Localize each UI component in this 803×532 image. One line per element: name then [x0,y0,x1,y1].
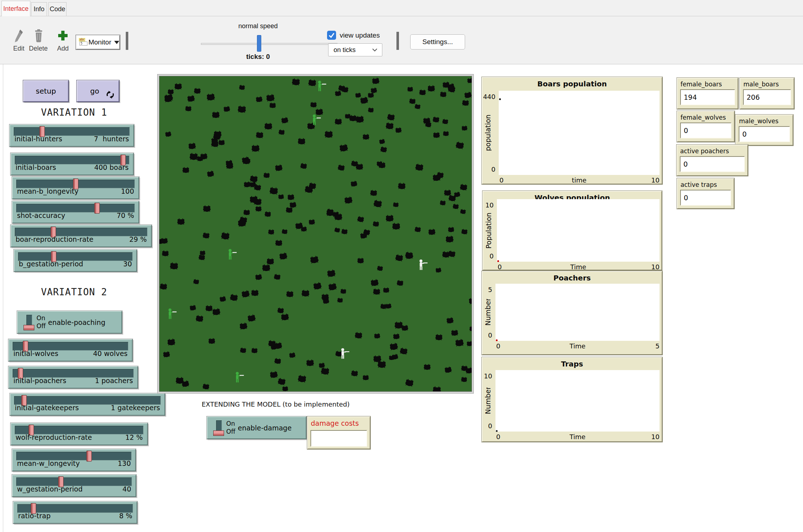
y-axis-label: Population [485,213,492,249]
slider-boar-reproduction-rate[interactable]: boar-reproduction-rate29 % [10,225,152,247]
slider-initial-wolves[interactable]: initial-wolves40 wolves [8,339,133,361]
view-updates-checkbox[interactable] [327,31,336,40]
slider-wolf-reproduction-rate[interactable]: wolf-reproduction-rate12 % [10,423,148,445]
checkmark-icon [327,31,336,40]
slider-handle[interactable] [86,451,92,462]
monitor-female_boars: female_boars194 [677,78,738,109]
slider-value: 1 gatekeepers [111,404,160,412]
slider-label: shot-accuracy [17,211,65,219]
speed-slider-track[interactable] [201,43,338,45]
tab-code[interactable]: Code [48,2,66,16]
slider-mean-w_longevity[interactable]: mean-w_longevity130 [12,449,136,471]
edit-label: Edit [13,45,24,52]
plot-traps: Traps100Number0Time10 [482,357,662,442]
plot-boars-population: Boars population4400population0time10 [482,77,662,184]
extending-note: EXTENDING THE MODEL (to be implemented) [202,400,350,408]
slider-value: 12 % [125,433,143,441]
tab-interface[interactable]: Interface [1,1,30,16]
slider-label: boar-reproduction-rate [16,235,93,243]
world-canvas[interactable] [159,76,472,392]
slider-initial-hunters[interactable]: initial-hunters7 hunters [9,124,134,147]
y-min-label: 0 [491,166,495,173]
pen-start-dot [497,260,499,262]
monitor-label: active traps [680,181,717,188]
go-button[interactable]: go [77,80,119,102]
slider-value: 130 [118,459,131,467]
monitor-male_wolves: male_wolves0 [735,115,793,146]
slider-initial-gatekeepers[interactable]: initial-gatekeepers1 gatekeepers [10,393,165,416]
monitor-value: 0 [680,123,731,138]
settings-button[interactable]: Settings... [410,34,465,50]
x-max-label: 10 [645,263,660,271]
slider-label: initial-boars [16,163,56,171]
plot-area [499,91,660,175]
slider-initial-poachers[interactable]: initial-poachers1 poachers [8,366,138,389]
pen-start-dot [496,339,498,341]
slider-value: 400 boars [94,163,129,171]
y-axis-label: population [485,93,491,173]
update-mode-dropdown[interactable]: on ticks [328,43,382,56]
switch-enable-damage[interactable]: OnOffenable-damage [207,416,306,439]
chevron-down-icon [372,48,378,52]
slider-value: 40 wolves [93,349,128,357]
switch-on-label: On [36,315,45,321]
switch-on-label: On [226,421,235,427]
slider-label: ratio-trap [18,512,51,520]
y-min-label: 0 [488,331,492,339]
pen-start-dot [496,430,498,432]
toolbar-separator [126,32,128,50]
slider-label: mean-b_longevity [17,187,78,195]
input-box-field[interactable] [310,430,367,447]
variation2-heading: VARIATION 2 [22,287,126,297]
top-chrome: InterfaceInfoCode Edit Delete Add abc5 M… [0,0,803,64]
slider-label: initial-poachers [13,377,66,385]
widget-type-dropdown[interactable]: abc5 Monitor [76,35,120,50]
plot-area [495,370,660,432]
x-axis-label: Time [495,342,660,350]
monitor-label: active poachers [680,147,729,155]
slider-label: wolf-reproduction-rate [16,433,92,441]
monitor-label: female_boars [680,81,722,88]
tab-bar-divider [0,16,803,16]
setup-button[interactable]: setup [23,80,69,102]
switch-off-label: Off [36,323,46,329]
slider-label: b_gestation-period [19,260,83,268]
slider-value: 40 [123,485,131,493]
delete-button[interactable]: Delete [28,28,48,52]
tab-info[interactable]: Info [31,2,47,16]
plus-icon [57,28,69,43]
slider-value: 29 % [129,235,147,243]
plot-title: Boars population [482,80,662,88]
slider-w_gestation-period[interactable]: w_gestation-period40 [12,475,136,497]
add-button[interactable]: Add [53,28,73,52]
switch-enable-poaching[interactable]: OnOffenable-poaching [17,311,122,334]
x-axis-label: time [499,176,660,184]
y-max-label: 5 [488,286,492,293]
speed-slider-handle[interactable] [257,35,261,52]
plot-area [497,199,660,262]
delete-label: Delete [29,45,48,52]
plot-poachers: Poachers50Number0Time5 [482,271,662,355]
switch-handle[interactable] [213,430,224,436]
ticks-counter: ticks: 0 [222,53,294,61]
slider-label: initial-hunters [14,135,62,143]
settings-label: Settings... [422,38,453,46]
slider-ratio-trap[interactable]: ratio-trap8 % [13,501,137,524]
damage-costs-input-box[interactable]: damage costs [307,416,370,449]
edit-button[interactable]: Edit [9,28,29,52]
switch-label: enable-poaching [48,312,105,333]
switch-handle[interactable] [23,325,34,330]
add-label: Add [57,45,69,52]
slider-b_gestation-period[interactable]: b_gestation-period30 [14,249,137,272]
slider-handle[interactable] [94,203,100,214]
slider-shot-accuracy[interactable]: shot-accuracy70 % [12,201,139,223]
slider-value: 30 [123,260,132,268]
monitor-value: 0 [680,190,731,206]
slider-mean-b_longevity[interactable]: mean-b_longevity100 [12,177,139,199]
toolbar-divider [0,64,803,64]
world-view[interactable] [157,74,474,394]
slider-initial-boars[interactable]: initial-boars400 boars [10,153,134,175]
slider-value: 70 % [117,211,134,219]
monitor-value: 194 [680,89,735,105]
y-max-label: 10 [485,201,494,209]
